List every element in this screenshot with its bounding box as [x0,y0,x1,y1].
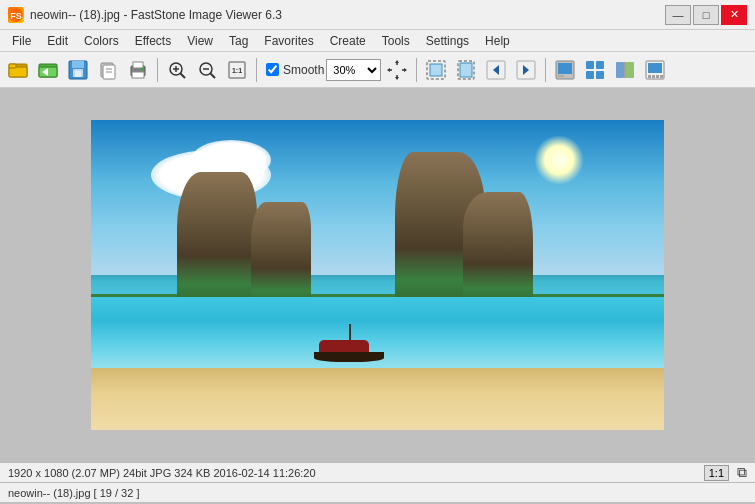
window-title: neowin-- (18).jpg - FastStone Image View… [30,8,665,22]
menu-effects[interactable]: Effects [127,32,179,50]
filenamebar: neowin-- (18).jpg [ 19 / 32 ] [0,482,755,502]
menu-create[interactable]: Create [322,32,374,50]
svg-rect-17 [133,62,143,68]
rock-4 [463,192,533,312]
open-folder-button[interactable] [4,56,32,84]
smooth-checkbox[interactable] [266,63,279,76]
pan-tool-button[interactable] [383,56,411,84]
main-content [0,88,755,462]
boat-body [314,352,384,362]
filename-label: neowin-- (18).jpg [ 19 / 32 ] [8,487,139,499]
close-button[interactable]: ✕ [721,5,747,25]
svg-rect-18 [132,72,144,78]
svg-rect-47 [596,71,604,79]
toolbar-separator-4 [545,58,546,82]
window-controls: — □ ✕ [665,5,747,25]
menu-favorites[interactable]: Favorites [256,32,321,50]
menu-tag[interactable]: Tag [221,32,256,50]
fit-window-button[interactable] [422,56,450,84]
svg-rect-4 [9,64,16,68]
svg-marker-32 [404,68,407,72]
menu-view[interactable]: View [179,32,221,50]
svg-rect-45 [596,61,604,69]
rock-2 [251,202,311,312]
toolbar: 1:1 Smooth 10% 25% 30% 50% 75% 100% Fit [0,52,755,88]
zoom-out-button[interactable] [193,56,221,84]
svg-rect-44 [586,61,594,69]
menu-settings[interactable]: Settings [418,32,477,50]
boat-element [309,342,389,362]
zoom-in-button[interactable] [163,56,191,84]
svg-rect-55 [656,75,659,78]
prev-folder-button[interactable] [34,56,62,84]
svg-rect-9 [72,61,84,68]
thumbnail-button[interactable] [581,56,609,84]
svg-rect-49 [626,62,634,78]
rock-1 [177,172,257,312]
menu-file[interactable]: File [4,32,39,50]
svg-rect-34 [430,64,442,76]
next-image-button[interactable] [512,56,540,84]
compare-button[interactable] [611,56,639,84]
svg-marker-30 [395,77,399,80]
menu-colors[interactable]: Colors [76,32,127,50]
svg-rect-48 [616,62,624,78]
zoom-dropdown[interactable]: 10% 25% 30% 50% 75% 100% Fit [326,59,381,81]
copy-status-icon[interactable]: ⧉ [737,464,747,481]
svg-rect-11 [75,71,81,77]
toolbar-separator-2 [256,58,257,82]
statusbar: 1920 x 1080 (2.07 MP) 24bit JPG 324 KB 2… [0,462,755,482]
sun-element [534,135,584,185]
svg-rect-46 [586,71,594,79]
print-button[interactable] [124,56,152,84]
svg-rect-56 [660,75,663,78]
svg-rect-53 [648,75,651,78]
svg-line-25 [211,73,216,78]
titlebar: FS neowin-- (18).jpg - FastStone Image V… [0,0,755,30]
copy-button[interactable] [94,56,122,84]
smooth-label[interactable]: Smooth [283,63,324,77]
svg-marker-29 [395,60,399,63]
smooth-area: Smooth [266,63,324,77]
svg-rect-43 [558,75,564,77]
zoom-actual-button[interactable]: 1:1 [223,56,251,84]
ratio-button[interactable]: 1:1 [704,465,729,481]
svg-point-19 [141,67,144,70]
svg-rect-36 [460,63,472,77]
toolbar-separator-3 [416,58,417,82]
menubar: File Edit Colors Effects View Tag Favori… [0,30,755,52]
status-right: 1:1 ⧉ [704,464,747,481]
toolbar-separator-1 [157,58,158,82]
slideshow-button[interactable] [641,56,669,84]
image-display [91,120,664,430]
beach-layer [91,368,664,430]
menu-help[interactable]: Help [477,32,518,50]
menu-edit[interactable]: Edit [39,32,76,50]
fit-height-button[interactable] [452,56,480,84]
fullscreen-button[interactable] [551,56,579,84]
svg-marker-31 [387,68,390,72]
svg-line-21 [181,73,186,78]
svg-text:FS: FS [10,11,22,21]
svg-rect-42 [558,63,572,74]
prev-image-button[interactable] [482,56,510,84]
minimize-button[interactable]: — [665,5,691,25]
svg-rect-54 [652,75,655,78]
water-layer [91,297,664,375]
svg-text:1:1: 1:1 [232,67,242,74]
maximize-button[interactable]: □ [693,5,719,25]
menu-tools[interactable]: Tools [374,32,418,50]
image-info: 1920 x 1080 (2.07 MP) 24bit JPG 324 KB 2… [8,467,316,479]
app-icon: FS [8,7,24,23]
svg-rect-52 [648,63,662,73]
save-button[interactable] [64,56,92,84]
